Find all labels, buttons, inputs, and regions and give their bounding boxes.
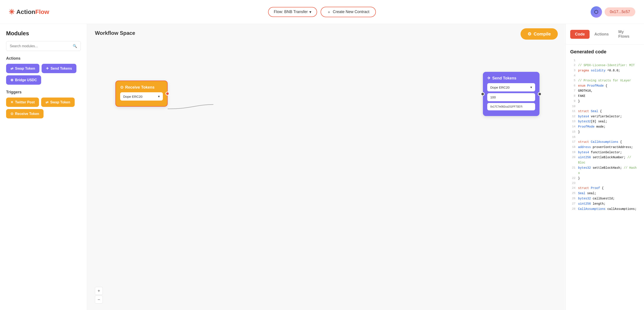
line-code: enum ProofMode { [578,84,640,88]
send-node-right-connector[interactable] [538,92,542,96]
swap-token-trigger-button[interactable]: ⇄ Swap Token [41,98,74,107]
line-code: } [578,176,640,181]
line-code: GROTH16, [578,88,640,94]
line-number: 5 [570,78,576,84]
trigger-buttons: ✕ Twitter Post ⇄ Swap Token ⊙ Receive To… [6,98,81,118]
send-node-amount[interactable]: 100 [487,93,535,101]
send-node-icon: ✈ [487,76,490,80]
swap-token-action-button[interactable]: ⇄ Swap Token [6,64,40,73]
wallet-address[interactable]: 0x17...5c57 [604,8,635,16]
send-tokens-label: Send Tokens [50,66,72,70]
sidebar: Modules 🔍 Actions ⇄ Swap Token ✈ Send To… [0,24,87,310]
line-number: 12 [570,114,576,119]
code-line: 12 bytes4 verifierSelector; [570,114,640,119]
line-code: address proverContractAddress; [578,145,640,150]
send-node-left-connector[interactable] [481,92,485,96]
send-node-dropdown[interactable]: Dope ERC20 ▾ [487,83,535,92]
receive-dropdown-value: Dope ERC20 [123,95,142,98]
line-code: FAKE [578,94,640,99]
receive-node-dropdown[interactable]: Dope ERC20 ▾ [120,92,163,100]
tab-code[interactable]: Code [570,30,590,39]
create-contract-label: Create New Contract [333,10,369,14]
code-line: 23 [570,181,640,186]
send-tokens-action-button[interactable]: ✈ Send Tokens [42,64,76,73]
connector-svg [87,24,566,310]
line-code [578,73,640,78]
code-line: 8 FAKE [570,94,640,99]
line-number: 23 [570,181,576,186]
tab-my-flows[interactable]: My Flows [614,28,640,41]
line-number: 27 [570,201,576,206]
receive-node-right-connector[interactable] [166,92,170,96]
code-line: 11struct Seal { [570,109,640,114]
line-number: 18 [570,145,576,150]
workflow-title: Workflow Space [95,30,135,36]
logo-icon: ✳ [9,8,14,16]
send-node-address[interactable]: 0x17C7e082ca151FF73D7t [487,103,535,110]
swap-token-label: Swap Token [15,66,35,70]
line-number: 19 [570,150,576,155]
code-line: 18 address proverContractAddress; [570,145,640,150]
send-tokens-node: ✈ Send Tokens Dope ERC20 ▾ 100 0x17C7e08… [483,72,540,116]
plus-icon: ＋ [327,9,331,14]
search-input[interactable] [10,44,71,48]
header: ✳ ActionFlow Flow: BNB Transfer ▾ ＋ Crea… [0,0,644,24]
line-code: bytes32 settleBlockHash; // Hash o [578,166,640,176]
receive-token-trigger-button[interactable]: ⊙ Receive Token [6,109,44,118]
line-code: bytes4 verifierSelector; [578,114,640,119]
code-line: 22} [570,176,640,181]
panel-tabs: Code Actions My Flows [566,24,644,45]
zoom-out-button[interactable]: − [95,296,103,304]
code-line: 2// SPDX-License-Identifier: MIT [570,63,640,68]
line-code: // Proving structs for VLayer [578,78,640,84]
line-number: 14 [570,124,576,130]
flow-selector[interactable]: Flow: BNB Transfer ▾ [268,7,317,17]
receive-icon: ⊙ [10,112,13,116]
line-number: 3 [570,68,576,73]
tab-actions[interactable]: Actions [590,30,614,39]
line-code: bytes32[8] seal; [578,119,640,124]
line-number: 17 [570,140,576,145]
workflow-canvas: Workflow Space ⚙ Compile ⊙ Receive Token… [87,24,566,310]
line-code [578,104,640,109]
line-number: 24 [570,186,576,191]
line-code [578,58,640,63]
code-line: 1 [570,58,640,63]
action-buttons: ⇄ Swap Token ✈ Send Tokens ⊕ Bridge USDC [6,64,81,85]
code-line: 27 uint256 length; [570,201,640,206]
send-icon: ✈ [46,66,49,70]
line-number: 2 [570,63,576,68]
line-number: 28 [570,206,576,212]
send-node-title: ✈ Send Tokens [487,76,535,80]
line-code: pragma solidity ^0.8.0; [578,68,640,73]
compile-button[interactable]: ⚙ Compile [520,28,558,40]
line-code [578,135,640,140]
triggers-label: Triggers [6,90,81,94]
send-dropdown-value: Dope ERC20 [490,86,510,89]
eth-avatar: ⬡ [591,6,602,18]
code-line: 17struct CallAssumptions { [570,140,640,145]
line-code [578,181,640,186]
line-code: bytes4 functionSelector; [578,150,640,155]
line-number: 9 [570,99,576,104]
twitter-post-label: Twitter Post [15,100,34,104]
line-code: ProofMode mode; [578,124,640,130]
line-code: struct Proof { [578,186,640,191]
line-code: } [578,99,640,104]
twitter-post-trigger-button[interactable]: ✕ Twitter Post [6,98,39,107]
header-center: Flow: BNB Transfer ▾ ＋ Create New Contra… [268,7,376,17]
line-number: 4 [570,73,576,78]
code-line: 14 ProofMode mode; [570,124,640,130]
receive-node-icon: ⊙ [120,85,124,90]
search-box[interactable]: 🔍 [6,41,81,51]
create-contract-button[interactable]: ＋ Create New Contract [320,7,376,17]
code-line: 13 bytes32[8] seal; [570,119,640,124]
code-line: 24struct Proof { [570,186,640,191]
line-code: struct CallAssumptions { [578,140,640,145]
code-line: 21 bytes32 settleBlockHash; // Hash o [570,166,640,176]
bridge-usdc-action-button[interactable]: ⊕ Bridge USDC [6,75,41,85]
zoom-in-button[interactable]: + [95,287,103,295]
swap-token-trigger-label: Swap Token [50,100,70,104]
panel-content: Generated code 12// SPDX-License-Identif… [566,45,644,310]
line-number: 25 [570,191,576,196]
